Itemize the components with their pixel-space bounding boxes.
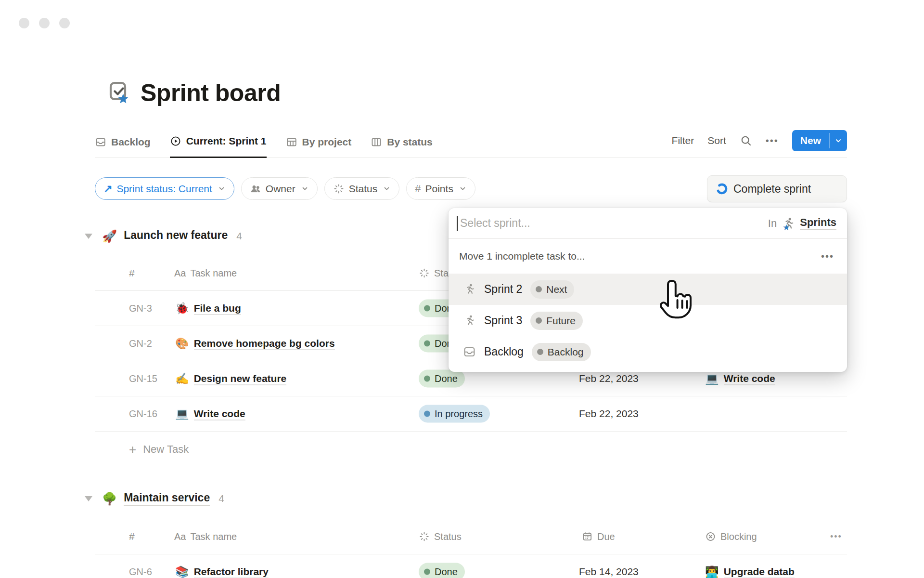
progress-ring-icon [716, 183, 728, 195]
sprint-select-dropdown: Select sprint... In ★ Sprints Move 1 inc… [449, 208, 847, 372]
task-page-link[interactable]: Write code [194, 407, 245, 420]
column-header-id[interactable]: # [129, 531, 135, 542]
hash-icon: # [415, 183, 421, 195]
tab-label: Current: Sprint 1 [186, 135, 267, 147]
column-header-task-name[interactable]: Aa Task name [174, 531, 237, 542]
due-cell[interactable]: Feb 22, 2023 [579, 408, 639, 420]
task-name-cell[interactable]: ✍️ Design new feature [175, 372, 286, 385]
tab-backlog[interactable]: Backlog [95, 126, 151, 158]
status-cell[interactable]: Done [419, 563, 465, 578]
tab-current-sprint[interactable]: Current: Sprint 1 [170, 127, 267, 158]
status-spinner-icon [419, 267, 430, 278]
group-title-link[interactable]: Maintain service [124, 491, 210, 506]
complete-sprint-label: Complete sprint [733, 183, 811, 196]
page-icon-checkbox-star[interactable] [107, 80, 131, 105]
task-emoji: 🎨 [175, 337, 189, 350]
window-zoom-button[interactable] [59, 18, 70, 28]
group-count: 4 [236, 230, 242, 242]
column-header-task-name[interactable]: Aa Task name [174, 267, 237, 278]
option-backlog[interactable]: Backlog Backlog [449, 336, 847, 368]
status-badge[interactable]: In progress [419, 405, 490, 423]
task-name-cell[interactable]: 💻 Write code [175, 407, 245, 420]
option-label: Sprint 2 [484, 283, 522, 296]
dropdown-more-icon[interactable]: ••• [821, 251, 834, 262]
chip-owner[interactable]: Owner [241, 177, 318, 200]
blocking-page-link[interactable]: Upgrade datab [724, 565, 795, 578]
window-close-button[interactable] [19, 18, 29, 28]
inbox-icon [95, 136, 106, 148]
complete-sprint-button[interactable]: Complete sprint [707, 175, 847, 202]
column-options-icon[interactable]: ••• [830, 531, 842, 541]
chip-points[interactable]: # Points [406, 177, 475, 200]
option-label: Sprint 3 [484, 314, 522, 327]
more-options-icon[interactable]: ••• [766, 135, 779, 146]
task-name-cell[interactable]: 🎨 Remove homepage bg colors [175, 337, 335, 350]
status-badge[interactable]: Done [419, 563, 465, 578]
text-caret [457, 216, 458, 231]
task-id: GN-3 [129, 303, 152, 314]
new-button-label[interactable]: New [792, 130, 829, 151]
window-minimize-button[interactable] [39, 18, 50, 28]
search-icon[interactable] [740, 134, 752, 147]
status-dot [536, 286, 542, 292]
column-header-blocking[interactable]: Blocking [705, 531, 757, 542]
scope-indicator: In ★ Sprints [768, 216, 836, 231]
new-button[interactable]: New [792, 130, 847, 151]
due-cell[interactable]: Feb 22, 2023 [579, 373, 639, 384]
task-name-cell[interactable]: 🐞 File a bug [175, 302, 241, 315]
column-header-due[interactable]: Due [582, 531, 615, 542]
column-header-id[interactable]: # [129, 267, 135, 279]
badge-label: Backlog [548, 346, 584, 358]
star-icon: ★ [783, 223, 790, 233]
runner-icon [463, 314, 476, 327]
window-controls [19, 18, 70, 28]
status-cell[interactable]: In progress [419, 405, 490, 423]
task-page-link[interactable]: Design new feature [194, 372, 287, 385]
table-icon [286, 136, 297, 148]
option-sprint-3[interactable]: Sprint 3 Future [449, 305, 847, 336]
sprint-board-app: Sprint board Backlog Current: Sprint 1 [0, 0, 924, 578]
status-dot [536, 317, 542, 324]
tab-label: Backlog [111, 136, 151, 148]
blocking-cell[interactable]: 💻 Write code [705, 372, 775, 385]
new-task-row[interactable]: + New Task [95, 432, 847, 467]
badge-label: Next [546, 284, 567, 295]
play-circle-icon [170, 135, 181, 147]
sort-button[interactable]: Sort [707, 135, 726, 146]
page-title[interactable]: Sprint board [141, 79, 281, 107]
status-dot [424, 411, 430, 417]
task-emoji: 💻 [175, 407, 189, 420]
view-tabs-bar: Backlog Current: Sprint 1 By project [95, 126, 847, 158]
group-title-link[interactable]: Launch new feature [124, 229, 228, 243]
tab-by-status[interactable]: By status [371, 126, 433, 158]
option-sprint-2[interactable]: Sprint 2 Next [449, 274, 847, 305]
task-page-link[interactable]: Remove homepage bg colors [194, 337, 335, 350]
blocking-page-link[interactable]: Write code [724, 372, 775, 385]
chip-sprint-status[interactable]: ↗ Sprint status: Current [95, 177, 234, 200]
collapse-triangle-icon[interactable] [85, 496, 92, 501]
status-cell[interactable]: Done [419, 370, 465, 388]
chevron-down-icon [218, 184, 226, 193]
blocking-cell[interactable]: 👨‍💻 Upgrade datab [705, 565, 795, 578]
column-header-label: Due [597, 531, 615, 542]
task-page-link[interactable]: Refactor library [194, 565, 269, 578]
chip-label: Sprint status: Current [116, 183, 212, 195]
chevron-down-icon [383, 184, 391, 193]
sprint-search-input[interactable]: Select sprint... In ★ Sprints [449, 208, 847, 239]
new-button-chevron-icon[interactable] [830, 130, 847, 151]
sprints-scope-link[interactable]: Sprints [800, 216, 836, 230]
filter-button[interactable]: Filter [672, 135, 694, 146]
chip-status[interactable]: Status [324, 177, 400, 200]
move-task-label: Move 1 incomplete task to... [459, 250, 821, 262]
due-cell[interactable]: Feb 14, 2023 [579, 566, 639, 578]
status-badge[interactable]: Done [419, 370, 465, 388]
column-header-label: Status [434, 531, 462, 542]
task-name-cell[interactable]: 📚 Refactor library [175, 565, 269, 578]
collapse-triangle-icon[interactable] [85, 234, 92, 239]
tab-by-project[interactable]: By project [286, 126, 352, 158]
column-header-status[interactable]: Status [419, 531, 462, 542]
status-label: In progress [435, 408, 483, 420]
task-id: GN-6 [129, 566, 152, 578]
task-page-link[interactable]: File a bug [194, 302, 241, 315]
status-label: Done [435, 373, 458, 384]
